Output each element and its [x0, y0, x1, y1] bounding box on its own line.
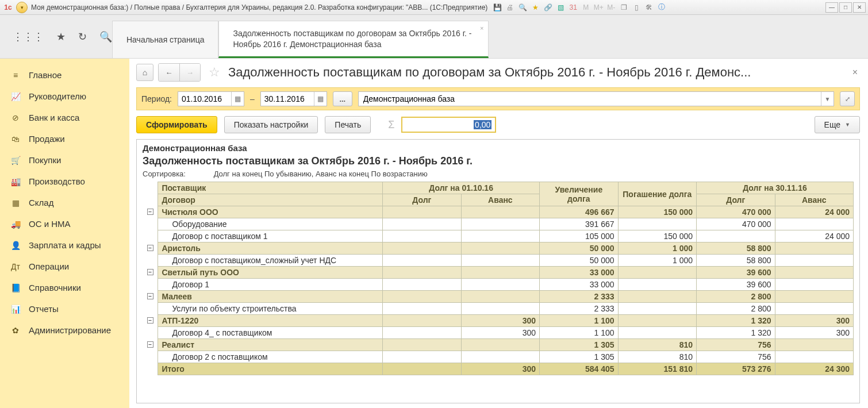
org-input[interactable] [359, 92, 821, 106]
tab-label: Начальная страница [126, 34, 204, 45]
back-button[interactable]: ← [159, 64, 179, 81]
date-to-input[interactable] [261, 92, 314, 106]
calendar-icon[interactable]: ▦ [314, 92, 327, 106]
star-icon[interactable]: ★ [56, 30, 66, 43]
m-minus-icon[interactable]: M- [606, 2, 616, 13]
period-label: Период: [141, 94, 172, 103]
sidebar-icon: 📘 [10, 283, 21, 292]
sidebar-icon: 🛍 [10, 134, 21, 144]
settings-button[interactable]: Показать настройки [224, 116, 318, 133]
windows-icon[interactable]: ❐ [619, 2, 629, 13]
sidebar-item[interactable]: 📊Отчеты [0, 298, 129, 320]
collapse-icon[interactable]: − [147, 317, 153, 324]
maximize-button[interactable]: □ [839, 2, 852, 13]
report-viewport[interactable]: Демонстрационная база Задолженность пост… [136, 139, 860, 403]
sidebar-item[interactable]: ⊘Банк и касса [0, 107, 129, 128]
date-to-field[interactable]: ▦ [260, 91, 327, 106]
print-icon[interactable]: 🖨 [505, 2, 515, 13]
form-button[interactable]: Сформировать [136, 116, 217, 133]
calculator-icon[interactable]: ▧ [555, 2, 566, 13]
panes-icon[interactable]: ▯ [631, 2, 642, 13]
table-row[interactable]: −Светлый путь ООО33 00039 600 [143, 267, 854, 279]
date-from-input[interactable] [178, 92, 231, 106]
chevron-down-icon[interactable]: ▼ [821, 92, 834, 106]
m-icon[interactable]: M [581, 2, 591, 13]
calendar-icon[interactable]: 31 [568, 2, 578, 13]
sidebar-icon: ⊘ [10, 113, 21, 122]
sidebar-item[interactable]: ДтОперации [0, 256, 129, 277]
sidebar-item[interactable]: 🛒Покупки [0, 149, 129, 171]
table-total-row: Итого300584 405151 810573 27624 300 [143, 363, 854, 375]
sidebar-icon: 📊 [10, 305, 21, 314]
col-start: Долг на 01.10.16 [383, 182, 540, 194]
sidebar-item[interactable]: 📈Руководителю [0, 86, 129, 107]
tab-report[interactable]: Задолженность поставщикам по договорам з… [218, 21, 489, 58]
report-title: Задолженность поставщикам за Октябрь 201… [143, 154, 854, 170]
collapse-icon[interactable]: − [147, 245, 153, 251]
tab-start-page[interactable]: Начальная страница [112, 21, 218, 58]
minimize-button[interactable]: — [825, 2, 838, 13]
sidebar-icon: 👤 [10, 241, 21, 250]
nav-dropdown-icon[interactable]: ▾ [16, 2, 28, 13]
history-icon[interactable]: ↻ [78, 30, 87, 43]
col-advance-end: Аванс [775, 194, 853, 206]
org-field[interactable]: ▼ [358, 91, 834, 106]
table-row[interactable]: Оборудование391 667470 000 [143, 218, 854, 230]
table-row[interactable]: Договор 2 с поставщиком1 305810756 [143, 351, 854, 363]
save-icon[interactable]: 💾 [492, 2, 502, 13]
sidebar-item[interactable]: 🚚ОС и НМА [0, 213, 129, 234]
search-icon[interactable]: 🔍 [99, 30, 112, 43]
sidebar-item[interactable]: 🛍Продажи [0, 128, 129, 149]
table-row[interactable]: Услуги по объекту строительства2 3332 80… [143, 303, 854, 315]
date-from-field[interactable]: ▦ [178, 91, 244, 106]
sidebar: ≡Главное📈Руководителю⊘Банк и касса🛍Прода… [0, 59, 129, 408]
sidebar-item[interactable]: ✿Администрирование [0, 320, 129, 341]
app-logo: 1c [2, 2, 14, 13]
col-debt: Долг [383, 194, 461, 206]
table-row[interactable]: −Малеев2 3332 800 [143, 291, 854, 303]
table-row[interactable]: −Чистюля ООО496 667150 000470 00024 000 [143, 206, 854, 218]
col-increase: Увеличение долга [540, 182, 618, 206]
tools-icon[interactable]: 🛠 [644, 2, 654, 13]
table-row[interactable]: Договор с поставщиком 1105 000150 00024 … [143, 230, 854, 243]
page-title: Задолженность поставщикам по договорам з… [228, 65, 846, 80]
sidebar-item[interactable]: 📘Справочники [0, 277, 129, 298]
sidebar-item[interactable]: 👤Зарплата и кадры [0, 234, 129, 256]
link-icon[interactable]: 🔗 [543, 2, 553, 13]
preview-icon[interactable]: 🔍 [517, 2, 528, 13]
table-row[interactable]: −Реалист1 305810756 [143, 339, 854, 351]
table-row[interactable]: −АТП-12203001 1001 320300 [143, 315, 854, 327]
table-row[interactable]: Договор 133 00039 600 [143, 279, 854, 291]
m-plus-icon[interactable]: M+ [593, 2, 604, 13]
sidebar-item[interactable]: ≡Главное [0, 64, 129, 86]
table-row[interactable]: Договор с поставщиком_сложный учет НДС50… [143, 255, 854, 267]
sidebar-item[interactable]: 🏭Производство [0, 171, 129, 192]
table-row[interactable]: Договор 4_ с поставщиком3001 1001 320300 [143, 327, 854, 339]
collapse-icon[interactable]: − [147, 209, 153, 215]
sidebar-icon: 📈 [10, 92, 21, 101]
sidebar-item[interactable]: ▦Склад [0, 192, 129, 213]
expand-button[interactable]: ⤢ [840, 91, 855, 106]
forward-button[interactable]: → [179, 64, 200, 81]
info-icon[interactable]: ⓘ [656, 2, 667, 13]
sigma-icon: Σ [388, 119, 394, 131]
favorite-icon[interactable]: ★ [530, 2, 540, 13]
action-bar: Сформировать Показать настройки Печать Σ… [136, 110, 860, 139]
collapse-icon[interactable]: − [147, 293, 153, 299]
apps-icon[interactable]: ⋮⋮⋮ [13, 30, 44, 43]
print-button[interactable]: Печать [325, 116, 371, 133]
close-window-button[interactable]: ✕ [853, 2, 866, 13]
calendar-icon[interactable]: ▦ [231, 92, 244, 106]
period-picker-button[interactable]: ... [333, 91, 352, 106]
sidebar-icon: Дт [10, 262, 21, 271]
table-row[interactable]: −Аристоль50 0001 00058 800 [143, 243, 854, 255]
window-title: Моя демонстрационная база:) / Полные пра… [31, 3, 487, 11]
close-page-button[interactable]: × [850, 67, 860, 78]
more-button[interactable]: Еще▼ [815, 116, 860, 133]
collapse-icon[interactable]: − [147, 341, 153, 348]
sum-field[interactable]: 0,00 [401, 117, 496, 133]
favorite-star-icon[interactable]: ☆ [209, 65, 220, 80]
home-button[interactable]: ⌂ [136, 64, 153, 81]
collapse-icon[interactable]: − [147, 269, 153, 275]
close-tab-icon[interactable]: × [480, 25, 483, 32]
